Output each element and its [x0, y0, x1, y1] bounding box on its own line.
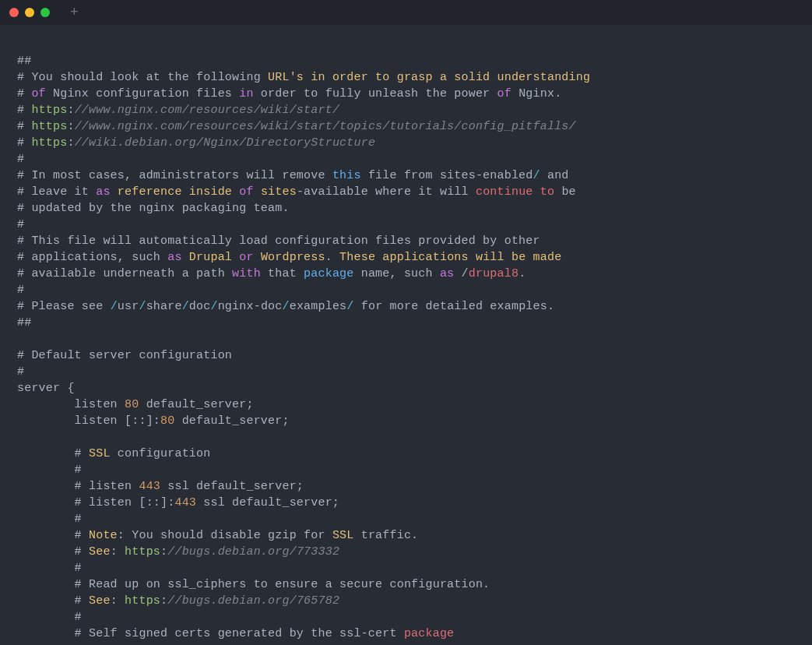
code-token: # listen — [17, 480, 139, 493]
zoom-icon[interactable] — [40, 8, 50, 17]
code-token: These — [339, 251, 375, 264]
code-token: # You should look at the following — [17, 71, 268, 84]
code-token: or — [239, 251, 253, 264]
code-token: ssl default_server; — [196, 496, 339, 509]
code-token — [526, 251, 533, 264]
code-token: file from sites-enabled — [361, 169, 533, 182]
code-token — [182, 251, 189, 264]
code-line[interactable]: # See: https://bugs.debian.org/773332 — [17, 544, 812, 560]
code-line[interactable]: # — [17, 560, 812, 576]
code-token — [375, 251, 382, 264]
code-token: doc — [189, 300, 211, 313]
code-line[interactable]: listen 80 default_server; — [17, 397, 812, 413]
code-line[interactable]: # https://www.nginx.com/resources/wiki/s… — [17, 102, 812, 118]
close-icon[interactable] — [9, 8, 19, 17]
code-line[interactable]: # — [17, 511, 812, 527]
code-token: / — [454, 267, 468, 280]
code-line[interactable]: # of Nginx configuration files in order … — [17, 86, 812, 102]
code-line[interactable]: # Default server configuration — [17, 347, 812, 364]
code-line[interactable]: listen [::]:80 default_server; — [17, 413, 812, 429]
code-line[interactable]: # In most cases, administrators will rem… — [17, 167, 812, 184]
code-token: # — [17, 513, 82, 526]
code-line[interactable]: ## — [17, 53, 812, 69]
code-token: # — [17, 153, 24, 166]
code-line[interactable]: # — [17, 282, 812, 298]
code-token: Wordpress — [261, 251, 325, 264]
code-line[interactable]: # Self signed certs generated by the ssl… — [17, 626, 812, 642]
code-token: # — [17, 284, 24, 297]
code-token: # Default server configuration — [17, 349, 232, 362]
code-token — [254, 251, 261, 264]
code-line[interactable]: # — [17, 609, 812, 626]
code-line[interactable]: # Please see /usr/share/doc/nginx-doc/ex… — [17, 298, 812, 315]
code-line[interactable]: ## — [17, 315, 812, 331]
code-line[interactable]: # Note: You should disable gzip for SSL … — [17, 527, 812, 544]
code-line[interactable] — [17, 331, 812, 347]
code-token: . — [518, 267, 526, 280]
code-token: # — [17, 611, 82, 624]
code-line[interactable]: # This file will automatically load conf… — [17, 233, 812, 249]
code-token: # — [17, 87, 31, 100]
code-line[interactable]: # You should look at the following URL's… — [17, 69, 812, 86]
code-token: package — [404, 627, 454, 640]
code-token: as — [440, 267, 454, 280]
code-token: # leave it — [17, 185, 96, 199]
code-token: # This file will automatically load conf… — [17, 234, 540, 248]
code-token: 443 — [174, 496, 196, 509]
code-token: SSL — [332, 529, 354, 542]
code-token: 's in order to grasp a solid understandi… — [290, 71, 590, 84]
code-line[interactable]: # — [17, 462, 812, 478]
code-token — [182, 185, 189, 199]
code-token: listen — [17, 398, 125, 411]
code-line[interactable]: # Read up on ssl_ciphers to ensure a sec… — [17, 576, 812, 593]
code-token: # — [17, 562, 82, 575]
code-token: . — [325, 251, 339, 264]
code-token: / — [210, 300, 217, 313]
code-line[interactable]: # SSL configuration — [17, 446, 812, 462]
code-token: order to fully unleash the power — [254, 87, 497, 100]
editor-area[interactable]: ### You should look at the following URL… — [0, 25, 812, 642]
code-token: # — [17, 447, 89, 460]
code-token: # Self signed certs generated by the ssl… — [17, 627, 404, 640]
code-token: : — [160, 545, 167, 559]
code-token: https — [31, 104, 67, 117]
code-token: //wiki.debian.org/Nginx/DirectoryStructu… — [75, 136, 375, 150]
code-token: See — [89, 594, 111, 608]
code-line[interactable]: # listen [::]:443 ssl default_server; — [17, 495, 812, 511]
code-line[interactable]: # updated by the nginx packaging team. — [17, 200, 812, 217]
code-token: in — [239, 87, 253, 100]
code-token: : — [67, 120, 74, 133]
code-line[interactable]: # — [17, 151, 812, 167]
code-line[interactable]: # available underneath a path with that … — [17, 266, 812, 282]
new-tab-button[interactable]: + — [70, 5, 79, 19]
code-line[interactable]: # applications, such as Drupal or Wordpr… — [17, 249, 812, 266]
code-token: : — [111, 594, 125, 608]
code-line[interactable]: # https://www.nginx.com/resources/wiki/s… — [17, 118, 812, 135]
code-token: / — [533, 169, 540, 182]
code-token: # — [17, 594, 89, 608]
code-token: be — [554, 185, 576, 199]
code-token: this — [332, 169, 361, 182]
code-line[interactable] — [17, 429, 812, 446]
minimize-icon[interactable] — [25, 8, 34, 17]
code-line[interactable]: # See: https://bugs.debian.org/765782 — [17, 593, 812, 609]
code-token — [533, 185, 540, 199]
code-token — [232, 185, 239, 199]
code-line[interactable]: server { — [17, 380, 812, 397]
traffic-lights — [9, 8, 50, 17]
code-token: package — [304, 267, 353, 280]
code-token: / — [283, 300, 290, 313]
code-token: See — [89, 545, 111, 559]
code-token: and — [540, 169, 569, 182]
code-line[interactable]: # https://wiki.debian.org/Nginx/Director… — [17, 135, 812, 151]
code-line[interactable]: # listen 443 ssl default_server; — [17, 478, 812, 495]
code-token: Note — [89, 529, 118, 542]
code-token: name, such — [354, 267, 440, 280]
code-token: continue — [476, 185, 533, 199]
code-line[interactable]: # — [17, 217, 812, 233]
code-line[interactable]: # — [17, 364, 812, 380]
code-token: : You should disable gzip for — [118, 529, 332, 542]
code-token: https — [31, 120, 67, 133]
code-token: # — [17, 104, 31, 117]
code-line[interactable]: # leave it as reference inside of sites-… — [17, 184, 812, 200]
